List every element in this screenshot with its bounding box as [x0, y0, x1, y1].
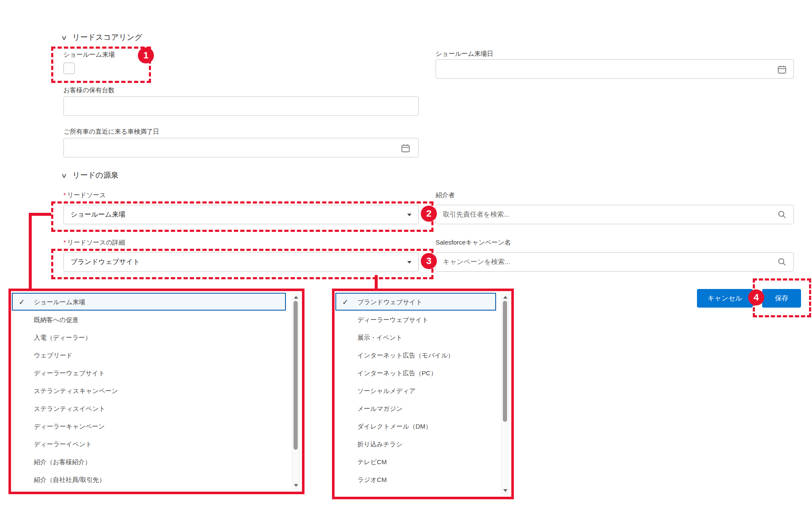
scrollbar[interactable] [501, 294, 509, 494]
dropdown-option[interactable]: 既納客への促進 [12, 311, 286, 328]
dropdown-option-label: テレビCM [357, 458, 387, 465]
scrollbar-thumb[interactable] [503, 301, 507, 422]
calendar-icon[interactable] [777, 65, 787, 74]
section-lead-scoring[interactable]: ∨ リードスコアリング [62, 32, 142, 42]
annotation-connector-1-vertical [29, 213, 32, 289]
dropdown-option-label: ステランティスキャンペーン [34, 387, 118, 394]
showroom-visit-date-label: ショールーム来場日 [436, 50, 493, 58]
caret-down-icon [407, 261, 411, 264]
check-icon: ✓ [342, 294, 352, 311]
showroom-visit-checkbox[interactable] [63, 63, 75, 74]
showroom-visit-date-input[interactable] [436, 59, 794, 79]
dropdown-option-label: ソーシャルメディア [357, 387, 416, 394]
showroom-visit-label: ショールーム来場 [63, 51, 115, 59]
dropdown-option[interactable]: ✓ブランドウェブサイト [335, 293, 496, 311]
dropdown-option-label: ダイレクトメール（DM） [357, 423, 432, 430]
dropdown-option-label: 展示・イベント [357, 334, 402, 341]
dropdown-option-label: ディーラーキャンペーン [34, 423, 105, 430]
dropdown-option-label: 紹介（自社社員/取引先） [34, 476, 105, 483]
dropdown-option-label: 折り込みチラシ [357, 440, 403, 448]
annotation-badge-1: 1 [138, 47, 154, 63]
dropdown-option[interactable]: ディーラーイベント [12, 435, 286, 453]
dropdown-option[interactable]: テレビCM [335, 453, 496, 470]
dropdown-option-label: インターネット広告（PC） [357, 369, 437, 377]
vehicle-count-input[interactable] [63, 96, 419, 116]
scroll-down-icon[interactable] [503, 489, 508, 492]
section-title: リードスコアリング [72, 32, 142, 42]
annotation-badge-3: 3 [421, 253, 437, 269]
scrollbar[interactable] [292, 294, 299, 489]
annotation-badge-2: 2 [421, 206, 437, 222]
chevron-down-icon: ∨ [61, 34, 67, 41]
referrer-label: 紹介者 [436, 191, 455, 199]
scroll-up-icon[interactable] [503, 296, 508, 299]
dropdown-option-label: ラジオCM [357, 476, 387, 483]
lead-source-detail-label: *リードソースの詳細 [63, 239, 125, 247]
dropdown-option-label: インターネット広告（モバイル） [357, 352, 454, 359]
lead-source-detail-listbox: ✓ブランドウェブサイトディーラーウェブサイト展示・イベントインターネット広告（モ… [335, 293, 496, 488]
dropdown-option[interactable]: インターネット広告（モバイル） [335, 346, 496, 364]
dropdown-option-label: ディーラーウェブサイト [357, 316, 428, 323]
scroll-up-icon[interactable] [294, 296, 298, 299]
dropdown-option[interactable]: ディーラーウェブサイト [335, 311, 496, 328]
lead-source-detail-combobox[interactable]: ブランドウェブサイト [63, 252, 419, 272]
lead-source-listbox: ✓ショールーム来場既納客への促進入電（ディーラー）ウェブリードディーラーウェブサ… [12, 293, 286, 488]
lead-source-value: ショールーム来場 [71, 211, 126, 218]
dropdown-option-label: ステランティスイベント [34, 405, 105, 412]
dropdown-option[interactable]: メールマガジン [335, 399, 496, 417]
dropdown-option[interactable]: 入電（ディーラー） [12, 328, 286, 346]
save-button[interactable]: 保存 [762, 289, 801, 308]
lead-source-listbox-panel: ✓ショールーム来場既納客への促進入電（ディーラー）ウェブリードディーラーウェブサ… [8, 289, 304, 494]
magnifier-icon [777, 210, 787, 219]
dropdown-option[interactable]: ディーラーキャンペーン [12, 417, 286, 435]
dropdown-option[interactable]: インターネット広告（PC） [335, 364, 496, 382]
dropdown-option-label: ウェブリード [34, 352, 73, 359]
dropdown-option[interactable]: ダイレクトメール（DM） [335, 417, 496, 435]
chevron-down-icon: ∨ [61, 172, 67, 179]
required-marker: * [63, 191, 66, 198]
dropdown-option[interactable]: ウェブリード [12, 346, 286, 364]
campaign-search-input[interactable] [436, 252, 794, 272]
annotation-connector-2-vertical [375, 275, 378, 289]
dropdown-option[interactable]: 紹介（お客様紹介） [12, 453, 286, 470]
section-title: リードの源泉 [72, 170, 118, 180]
dropdown-option[interactable]: ソーシャルメディア [335, 382, 496, 399]
dropdown-option-label: 入電（ディーラー） [34, 334, 91, 341]
check-icon: ✓ [19, 294, 29, 311]
calendar-icon[interactable] [401, 143, 410, 153]
dropdown-option-label: ショールーム来場 [34, 298, 85, 305]
dropdown-option-label: メールマガジン [357, 405, 403, 412]
lead-source-detail-listbox-panel: ✓ブランドウェブサイトディーラーウェブサイト展示・イベントインターネット広告（モ… [332, 289, 514, 499]
dropdown-option[interactable]: 折り込みチラシ [335, 435, 496, 453]
scrollbar-thumb[interactable] [294, 301, 298, 450]
inspection-expiry-input[interactable] [63, 138, 419, 157]
dropdown-option-label: 紹介（お客様紹介） [34, 458, 91, 465]
dropdown-option[interactable]: ステランティスキャンペーン [12, 382, 286, 399]
cancel-button[interactable]: キャンセル [697, 289, 753, 308]
dropdown-option[interactable]: ステランティスイベント [12, 399, 286, 417]
section-lead-origin[interactable]: ∨ リードの源泉 [62, 170, 118, 180]
campaign-label: Salesforceキャンペーン名 [436, 239, 511, 247]
referrer-search-input[interactable] [436, 205, 794, 224]
lead-source-detail-value: ブランドウェブサイト [71, 258, 140, 265]
caret-down-icon [407, 214, 411, 216]
vehicle-count-label: お客様の保有台数 [63, 86, 115, 94]
dropdown-option-label: 既納客への促進 [34, 316, 79, 323]
annotation-connector-1-horizontal [29, 213, 51, 216]
dropdown-option[interactable]: 紹介（自社社員/取引先） [12, 470, 286, 488]
dropdown-option[interactable]: ✓ショールーム来場 [12, 293, 286, 311]
lead-source-label: *リードソース [63, 191, 106, 199]
annotation-badge-4: 4 [748, 289, 764, 305]
scroll-down-icon[interactable] [294, 484, 298, 487]
lead-edit-form: ∨ リードスコアリング ショールーム来場 ショールーム来場日 お客様の保有台数 … [0, 0, 812, 509]
lead-source-combobox[interactable]: ショールーム来場 [63, 205, 419, 224]
dropdown-option-label: ディーラーウェブサイト [34, 369, 105, 377]
inspection-expiry-label: ご所有車の直近に来る車検満了日 [63, 128, 159, 136]
dropdown-option-label: ディーラーイベント [34, 440, 92, 448]
dropdown-option[interactable]: 展示・イベント [335, 328, 496, 346]
required-marker: * [63, 239, 66, 246]
dropdown-option[interactable]: ディーラーウェブサイト [12, 364, 286, 382]
dropdown-option[interactable]: ラジオCM [335, 470, 496, 488]
dropdown-option-label: ブランドウェブサイト [357, 298, 422, 305]
magnifier-icon [777, 257, 787, 267]
